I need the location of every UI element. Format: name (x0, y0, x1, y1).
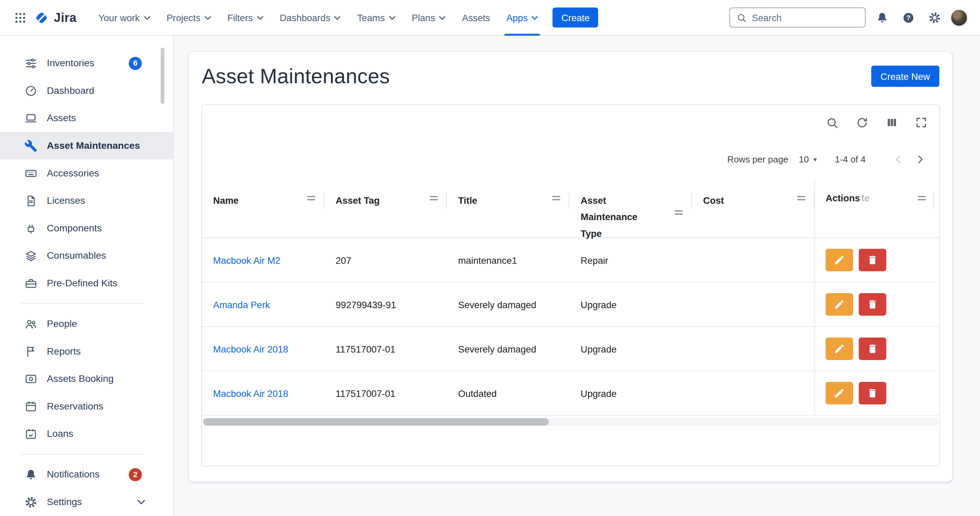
help-button[interactable]: ? (898, 8, 918, 28)
column-drag-handle-icon[interactable] (429, 194, 439, 203)
sidebar-item-inventories[interactable]: Inventories 6 (0, 49, 173, 77)
nav-item-dashboards[interactable]: Dashboards (272, 0, 349, 35)
sidebar-item-notifications[interactable]: Notifications 2 (0, 461, 173, 488)
chevron-down-icon (334, 16, 341, 21)
cost-cell (692, 283, 815, 326)
jira-logo[interactable]: Jira (34, 10, 76, 25)
column-header-asset-maintenance-type[interactable]: Asset Maintenance Type (570, 179, 692, 237)
user-avatar[interactable] (951, 9, 967, 26)
settings-button[interactable] (924, 8, 945, 28)
title-cell: Outdated (447, 371, 570, 415)
sidebar-item-accessories[interactable]: Accessories (0, 159, 173, 187)
asset-name-link[interactable]: Amanda Perk (202, 283, 325, 326)
primary-navigation: Your work Projects Filters Dashboards Te… (90, 0, 546, 35)
asset-tag-cell: 117517007-01 (325, 327, 447, 371)
sidebar-item-people[interactable]: People (0, 310, 173, 338)
chevron-down-icon (143, 16, 150, 21)
title-cell: Severely damaged (447, 327, 570, 371)
column-header-name[interactable]: Name (202, 179, 325, 237)
delete-button[interactable] (859, 382, 886, 405)
refresh-icon[interactable] (856, 116, 869, 129)
nav-item-filters[interactable]: Filters (219, 0, 272, 35)
asset-tag-cell: 992799439-91 (325, 283, 447, 326)
toolbox-icon (24, 276, 38, 290)
row-actions-cell (815, 327, 939, 371)
column-drag-handle-icon[interactable] (796, 194, 806, 203)
maintenance-type-cell: Upgrade (570, 283, 692, 326)
pencil-icon (834, 343, 845, 355)
nav-item-your-work[interactable]: Your work (90, 0, 158, 35)
cost-cell (692, 238, 815, 282)
app-switcher-button[interactable] (10, 8, 30, 28)
search-input[interactable] (752, 12, 859, 23)
sidebar-item-assets[interactable]: Assets (0, 104, 173, 132)
sidebar-item-assets-booking[interactable]: Assets Booking (0, 365, 173, 393)
sidebar-item-reports[interactable]: Reports (0, 338, 173, 365)
nav-item-teams[interactable]: Teams (349, 0, 404, 35)
notifications-button[interactable] (872, 8, 892, 28)
delete-button[interactable] (859, 249, 886, 271)
dropdown-caret-icon: ▾ (813, 155, 816, 164)
nav-item-assets[interactable]: Assets (454, 0, 498, 35)
nav-item-projects[interactable]: Projects (158, 0, 219, 35)
previous-page-button[interactable] (888, 149, 909, 170)
sidebar-item-reservations[interactable]: Reservations (0, 392, 173, 420)
global-search[interactable] (729, 8, 865, 28)
create-new-button[interactable]: Create New (871, 65, 939, 87)
grid-search-icon[interactable] (826, 116, 839, 129)
maintenance-type-cell: Upgrade (570, 371, 692, 415)
sidebar-item-dashboard[interactable]: Dashboard (0, 77, 173, 104)
column-header-actions[interactable]: Actionste (815, 179, 939, 237)
maintenance-type-cell: Repair (570, 238, 692, 282)
asset-name-link[interactable]: Macbook Air M2 (202, 238, 325, 282)
column-drag-handle-icon[interactable] (917, 194, 927, 203)
fullscreen-icon[interactable] (915, 116, 928, 129)
delete-button[interactable] (859, 293, 886, 316)
keyboard-icon (24, 167, 38, 180)
plug-icon (24, 221, 38, 234)
horizontal-scrollbar[interactable] (202, 418, 939, 425)
column-drag-handle-icon[interactable] (674, 208, 684, 217)
chevron-left-icon (893, 154, 904, 165)
column-drag-handle-icon[interactable] (306, 194, 316, 203)
hidden-column-fragment: te (861, 193, 869, 203)
cost-cell (692, 371, 815, 415)
gauge-icon (24, 84, 38, 97)
card-header: Asset Maintenances Create New (202, 65, 939, 88)
rows-per-page-select[interactable]: 10 ▾ (799, 154, 817, 164)
booking-card-icon (24, 372, 38, 385)
edit-button[interactable] (826, 249, 853, 271)
edit-button[interactable] (826, 382, 853, 405)
column-drag-handle-icon[interactable] (551, 194, 561, 203)
sidebar-item-settings[interactable]: Settings (0, 488, 173, 516)
asset-name-link[interactable]: Macbook Air 2018 (202, 371, 325, 415)
sidebar-item-loans[interactable]: Loans (0, 420, 173, 448)
sidebar-item-consumables[interactable]: Consumables (0, 242, 173, 269)
nav-item-apps[interactable]: Apps (498, 0, 546, 35)
edit-button[interactable] (826, 338, 853, 360)
next-page-button[interactable] (909, 149, 931, 170)
sidebar: Inventories 6 Dashboard Assets Asset (0, 35, 174, 516)
title-cell: maintenance1 (447, 238, 570, 282)
app-switcher-grid-icon (13, 11, 26, 24)
sidebar-item-components[interactable]: Components (0, 214, 173, 242)
horizontal-scrollbar-thumb[interactable] (203, 418, 549, 425)
pagination-row: Rows per page 10 ▾ 1-4 of 4 (202, 140, 939, 179)
columns-icon[interactable] (886, 116, 898, 129)
asset-name-link[interactable]: Macbook Air 2018 (202, 327, 325, 371)
column-header-asset-tag[interactable]: Asset Tag (325, 179, 447, 237)
create-button[interactable]: Create (553, 8, 598, 28)
delete-button[interactable] (859, 338, 886, 360)
sidebar-item-asset-maintenances[interactable]: Asset Maintenances (0, 132, 173, 159)
layers-icon (24, 249, 38, 262)
column-header-title[interactable]: Title (447, 179, 570, 237)
sidebar-item-pre-defined-kits[interactable]: Pre-Defined Kits (0, 269, 173, 297)
sidebar-scrollbar-thumb[interactable] (161, 48, 164, 104)
cost-cell (692, 327, 815, 371)
maintenance-type-cell: Upgrade (570, 327, 692, 371)
edit-button[interactable] (826, 293, 853, 316)
column-header-cost[interactable]: Cost (692, 179, 815, 237)
sidebar-divider (21, 454, 143, 455)
nav-item-plans[interactable]: Plans (404, 0, 454, 35)
sidebar-item-licenses[interactable]: Licenses (0, 187, 173, 215)
